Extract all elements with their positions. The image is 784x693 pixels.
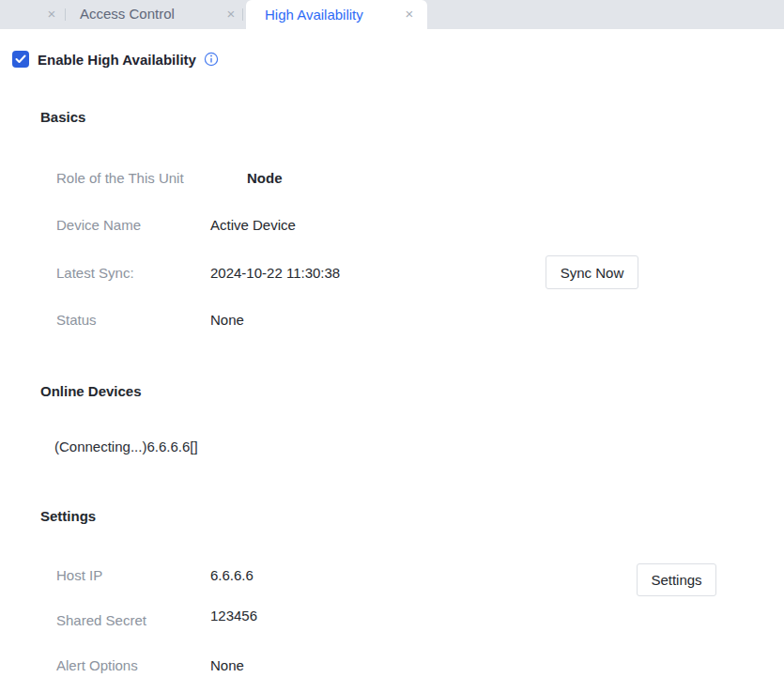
close-icon[interactable]: × [402, 0, 417, 29]
online-devices-section-title: Online Devices [40, 383, 142, 399]
online-devices-status: (Connecting...)6.6.6.6[] [54, 439, 198, 454]
tab-divider [65, 8, 66, 21]
status-label: Status [56, 312, 97, 328]
close-icon[interactable]: × [44, 0, 59, 29]
device-name-value: Active Device [210, 217, 296, 233]
latest-sync-label: Latest Sync: [56, 265, 134, 281]
status-value: None [210, 312, 244, 328]
enable-high-availability-checkbox[interactable] [12, 51, 29, 68]
checkmark-icon [15, 54, 26, 64]
settings-button[interactable]: Settings [637, 563, 716, 596]
shared-secret-label: Shared Secret [56, 612, 146, 628]
close-icon[interactable]: × [223, 0, 238, 29]
shared-secret-value: 123456 [210, 608, 257, 624]
role-of-this-unit-label: Role of the This Unit [56, 170, 184, 186]
role-of-this-unit-value: Node [247, 170, 283, 186]
basics-section-title: Basics [40, 109, 85, 125]
high-availability-page: × Access Control × High Availability × E… [0, 0, 784, 693]
tab-bar: × Access Control × High Availability × [0, 0, 784, 29]
tab-label: High Availability [265, 0, 363, 29]
tab-access-control[interactable]: Access Control [80, 0, 175, 29]
latest-sync-value: 2024-10-22 11:30:38 [210, 265, 340, 281]
host-ip-value: 6.6.6.6 [210, 567, 254, 583]
tab-high-availability[interactable]: High Availability × [246, 0, 427, 29]
sync-now-button[interactable]: Sync Now [546, 255, 638, 289]
alert-options-value: None [210, 657, 244, 673]
enable-high-availability-row: Enable High Availability [12, 51, 219, 68]
info-icon[interactable] [204, 52, 219, 67]
settings-section-title: Settings [40, 508, 96, 524]
alert-options-label: Alert Options [56, 657, 138, 673]
tab-divider [242, 8, 243, 21]
device-name-label: Device Name [56, 217, 141, 233]
host-ip-label: Host IP [56, 567, 102, 583]
enable-high-availability-label: Enable High Availability [38, 52, 196, 68]
